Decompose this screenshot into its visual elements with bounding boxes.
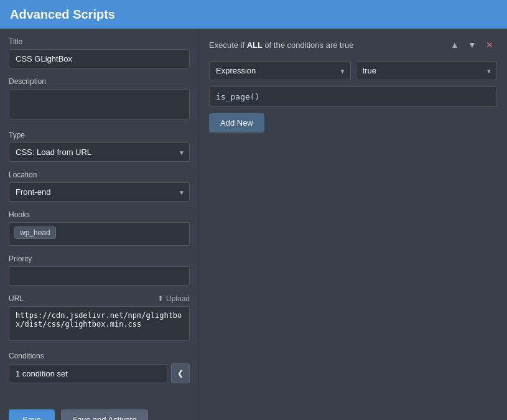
conditions-row: ❮ bbox=[9, 363, 190, 383]
type-select[interactable]: CSS: Load from URL JS: Load from URL CSS… bbox=[9, 142, 190, 162]
hooks-field-group: Hooks wp_head bbox=[9, 210, 190, 246]
description-field-group: Description bbox=[9, 77, 190, 122]
priority-field-group: Priority bbox=[9, 254, 190, 286]
up-arrow-icon: ▲ bbox=[450, 40, 459, 50]
app-title: Advanced Scripts bbox=[10, 7, 115, 22]
down-arrow-icon: ▼ bbox=[468, 40, 477, 50]
conditions-suffix-text: of the conditions are true bbox=[264, 40, 353, 50]
header-actions: ▲ ▼ ✕ bbox=[447, 37, 497, 52]
hook-tag: wp_head bbox=[14, 226, 56, 239]
bottom-buttons: Save Save and Activate bbox=[9, 401, 190, 420]
url-label: URL bbox=[9, 294, 24, 303]
title-input[interactable] bbox=[9, 49, 190, 68]
move-up-button[interactable]: ▲ bbox=[447, 37, 462, 52]
move-down-button[interactable]: ▼ bbox=[465, 37, 480, 52]
chevron-left-icon: ❮ bbox=[177, 369, 184, 378]
condition-row: Expression Page User Custom ▼ true false… bbox=[209, 61, 497, 80]
upload-icon: ⬆ bbox=[157, 294, 164, 303]
right-panel: Execute if ALL of the conditions are tru… bbox=[199, 29, 507, 420]
close-button[interactable]: ✕ bbox=[482, 37, 497, 52]
hooks-label: Hooks bbox=[9, 210, 190, 219]
add-new-button[interactable]: Add New bbox=[209, 113, 264, 133]
title-label: Title bbox=[9, 37, 190, 46]
main-content: Title Description Type CSS: Load from UR… bbox=[0, 29, 507, 420]
type-label: Type bbox=[9, 131, 190, 139]
conditions-field-group: Conditions ❮ bbox=[9, 352, 190, 392]
title-field-group: Title bbox=[9, 37, 190, 68]
description-input[interactable] bbox=[9, 89, 190, 120]
url-label-row: URL ⬆ Upload bbox=[9, 294, 190, 303]
priority-input[interactable] bbox=[9, 266, 190, 286]
expression-input[interactable] bbox=[209, 86, 497, 107]
all-text: ALL bbox=[247, 40, 265, 50]
left-panel: Title Description Type CSS: Load from UR… bbox=[0, 29, 199, 420]
conditions-label: Conditions bbox=[9, 352, 190, 360]
upload-button[interactable]: ⬆ Upload bbox=[157, 294, 190, 303]
hooks-container[interactable]: wp_head bbox=[9, 222, 190, 246]
type-select-wrapper: CSS: Load from URL JS: Load from URL CSS… bbox=[9, 142, 190, 162]
url-input[interactable]: https://cdn.jsdelivr.net/npm/glightbox/d… bbox=[9, 306, 190, 341]
priority-label: Priority bbox=[9, 254, 190, 263]
conditions-input[interactable] bbox=[9, 364, 167, 383]
conditions-header: Execute if ALL of the conditions are tru… bbox=[209, 37, 497, 52]
save-button[interactable]: Save bbox=[9, 409, 55, 420]
app-header: Advanced Scripts bbox=[0, 0, 507, 29]
url-field-group: URL ⬆ Upload https://cdn.jsdelivr.net/np… bbox=[9, 294, 190, 343]
close-icon: ✕ bbox=[486, 40, 493, 50]
type-field-group: Type CSS: Load from URL JS: Load from UR… bbox=[9, 131, 190, 162]
description-label: Description bbox=[9, 77, 190, 86]
conditions-toggle-button[interactable]: ❮ bbox=[171, 363, 190, 383]
condition-bool-wrapper: true false ▼ bbox=[356, 61, 498, 80]
condition-type-wrapper: Expression Page User Custom ▼ bbox=[209, 61, 351, 80]
upload-label: Upload bbox=[166, 294, 190, 303]
location-field-group: Location Front-end Back-end ▼ bbox=[9, 170, 190, 202]
location-label: Location bbox=[9, 170, 190, 179]
location-select-wrapper: Front-end Back-end ▼ bbox=[9, 182, 190, 202]
condition-type-select[interactable]: Expression Page User Custom bbox=[209, 61, 351, 80]
condition-bool-select[interactable]: true false bbox=[356, 61, 498, 80]
save-activate-button[interactable]: Save and Activate bbox=[61, 409, 148, 420]
location-select[interactable]: Front-end Back-end bbox=[9, 182, 190, 202]
execute-text: Execute if bbox=[209, 40, 244, 50]
conditions-title: Execute if ALL of the conditions are tru… bbox=[209, 40, 353, 50]
